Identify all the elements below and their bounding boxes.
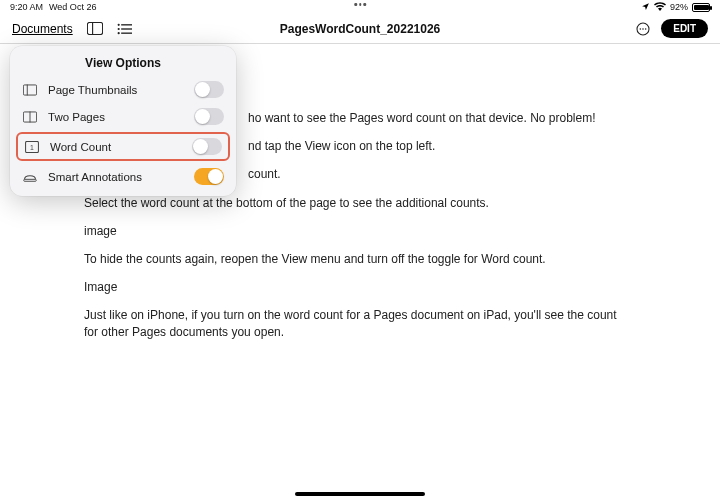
svg-rect-0 [87, 23, 102, 35]
two-pages-icon [22, 111, 38, 123]
toggle-word-count[interactable] [192, 138, 222, 155]
body-line: Image [84, 279, 632, 295]
app-titlebar: Documents PagesWordCount_20221026 EDIT [0, 14, 720, 44]
view-option-smart-annotations[interactable]: Smart Annotations [10, 163, 236, 190]
svg-rect-3 [121, 24, 132, 25]
battery-pct: 92% [670, 2, 688, 12]
status-time: 9:20 AM [10, 2, 43, 12]
wifi-icon [654, 2, 666, 13]
view-options-popover: View Options Page Thumbnails Two Pages 1… [10, 46, 236, 196]
toggle-smart-annotations[interactable] [194, 168, 224, 185]
battery-icon [692, 3, 710, 12]
option-label: Page Thumbnails [48, 84, 184, 96]
svg-point-4 [117, 27, 119, 29]
svg-point-6 [117, 32, 119, 34]
view-option-two-pages[interactable]: Two Pages [10, 103, 236, 130]
more-icon[interactable] [635, 21, 651, 37]
svg-point-9 [640, 28, 642, 30]
status-date: Wed Oct 26 [49, 2, 96, 12]
option-label: Two Pages [48, 111, 184, 123]
option-label: Word Count [50, 141, 182, 153]
body-line: Just like on iPhone, if you turn on the … [84, 307, 632, 339]
svg-rect-12 [23, 84, 36, 94]
body-line: image [84, 223, 632, 239]
svg-point-10 [642, 28, 644, 30]
edit-button[interactable]: EDIT [661, 19, 708, 38]
page-thumbnails-icon [22, 84, 38, 96]
body-line: To hide the counts again, reopen the Vie… [84, 251, 632, 267]
document-title: PagesWordCount_20221026 [280, 22, 441, 36]
multitask-dots[interactable] [354, 3, 366, 6]
ipad-status-bar: 9:20 AM Wed Oct 26 92% [0, 0, 720, 14]
svg-point-2 [117, 23, 119, 25]
svg-point-11 [645, 28, 647, 30]
smart-annotations-icon [22, 171, 38, 183]
popover-title: View Options [10, 56, 236, 70]
toggle-two-pages[interactable] [194, 108, 224, 125]
option-label: Smart Annotations [48, 171, 184, 183]
svg-rect-18 [24, 179, 36, 181]
toggle-page-thumbnails[interactable] [194, 81, 224, 98]
home-indicator[interactable] [295, 492, 425, 496]
svg-rect-7 [121, 32, 132, 33]
location-icon [641, 2, 650, 13]
svg-rect-5 [121, 28, 132, 29]
sidebar-icon[interactable] [87, 22, 103, 35]
view-option-word-count[interactable]: 1 Word Count [16, 132, 230, 161]
documents-back-link[interactable]: Documents [12, 22, 73, 36]
svg-text:1: 1 [30, 143, 34, 150]
list-icon[interactable] [117, 23, 132, 35]
word-count-icon: 1 [24, 141, 40, 153]
body-line: Select the word count at the bottom of t… [84, 195, 632, 211]
view-option-page-thumbnails[interactable]: Page Thumbnails [10, 76, 236, 103]
